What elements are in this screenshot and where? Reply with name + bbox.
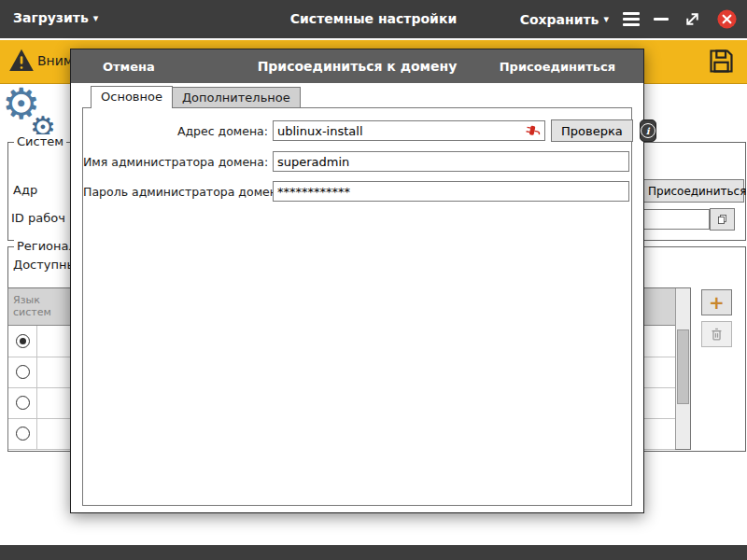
save-button-label: Сохранить xyxy=(520,12,599,27)
radio-button[interactable] xyxy=(16,396,30,410)
cancel-button[interactable]: Отмена xyxy=(103,60,155,74)
delete-language-button[interactable] xyxy=(701,321,732,347)
join-domain-button[interactable]: Присоединиться xyxy=(641,179,744,203)
maximize-button[interactable] xyxy=(683,9,702,29)
domain-address-row: Адрес домена: Проверка i xyxy=(83,119,629,142)
info-icon: i xyxy=(641,123,655,138)
system-groupbox-label: Систем xyxy=(14,134,66,148)
close-icon xyxy=(716,8,738,30)
titlebar: Загрузить ▾ Системные настройки Сохранит… xyxy=(0,0,747,38)
dialog-tabs: Основное Дополнительное xyxy=(91,86,301,108)
warning-icon xyxy=(7,48,35,74)
dialog-header: Присоединиться к домену Отмена Присоедин… xyxy=(71,49,643,83)
dialog-join-button[interactable]: Присоединиться xyxy=(500,60,615,74)
join-domain-dialog: Присоединиться к домену Отмена Присоедин… xyxy=(70,49,644,513)
table-scrollbar[interactable] xyxy=(675,288,690,449)
check-button[interactable]: Проверка xyxy=(551,119,633,142)
info-button[interactable]: i xyxy=(640,119,656,142)
disconnected-plug-icon xyxy=(525,122,542,139)
minimize-icon xyxy=(654,18,669,21)
admin-password-input[interactable] xyxy=(273,181,629,202)
menu-button[interactable] xyxy=(623,12,640,26)
tab-content-basic: Адрес домена: Проверка i xyxy=(82,107,632,506)
domain-address-input[interactable] xyxy=(273,120,545,141)
close-button[interactable] xyxy=(716,8,738,30)
plus-icon: + xyxy=(709,291,725,314)
radio-button[interactable] xyxy=(16,334,30,348)
hamburger-icon xyxy=(623,12,640,26)
domain-address-label: Адр xyxy=(13,183,37,197)
add-language-button[interactable]: + xyxy=(701,289,732,315)
admin-password-field-label: Пароль администратора домена: xyxy=(83,185,273,199)
workgroup-id-label: ID рабоч xyxy=(11,211,65,225)
statusbar xyxy=(0,545,747,560)
domain-address-field-label: Адрес домена: xyxy=(83,124,273,138)
chevron-down-icon: ▾ xyxy=(603,13,609,25)
tab-basic[interactable]: Основное xyxy=(91,86,173,108)
copy-button[interactable] xyxy=(710,208,735,231)
scrollbar-thumb[interactable] xyxy=(677,329,689,404)
admin-password-row: Пароль администратора домена: xyxy=(83,181,629,202)
radio-button[interactable] xyxy=(16,365,30,379)
admin-name-field-label: Имя администратора домена: xyxy=(83,155,273,169)
admin-name-row: Имя администратора домена: xyxy=(83,151,629,172)
trash-icon xyxy=(709,327,725,343)
admin-name-input[interactable] xyxy=(273,151,629,172)
copy-icon xyxy=(716,211,728,228)
expand-icon xyxy=(683,9,702,29)
tab-advanced[interactable]: Дополнительное xyxy=(172,87,301,108)
floppy-icon xyxy=(707,47,736,76)
titlebar-controls: Сохранить ▾ xyxy=(520,0,738,38)
save-button[interactable]: Сохранить ▾ xyxy=(520,12,609,27)
radio-button[interactable] xyxy=(16,427,30,441)
save-settings-button[interactable] xyxy=(707,47,736,78)
minimize-button[interactable] xyxy=(654,18,669,21)
app-window: Загрузить ▾ Системные настройки Сохранит… xyxy=(0,0,747,560)
available-languages-label: Доступны xyxy=(13,258,77,272)
